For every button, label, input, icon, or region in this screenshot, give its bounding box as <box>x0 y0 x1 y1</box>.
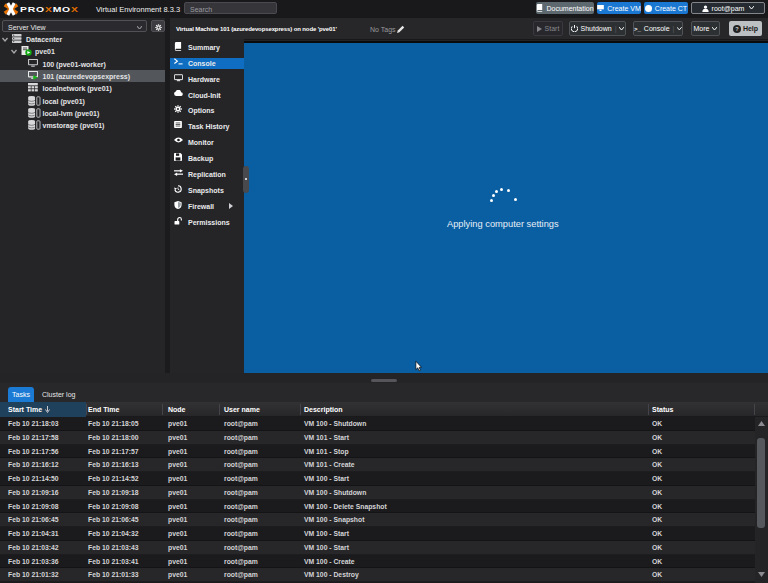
svg-text:?: ? <box>735 26 739 32</box>
